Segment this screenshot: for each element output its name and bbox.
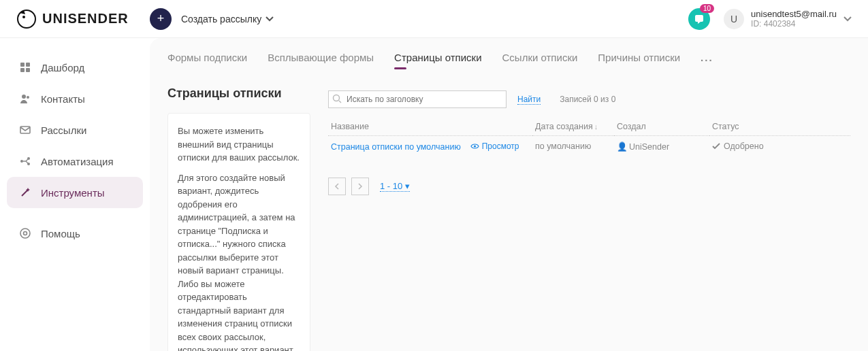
search-box	[328, 90, 507, 108]
col-author[interactable]: Создал	[617, 122, 646, 131]
pager-range-dropdown[interactable]: 1 - 10 ▾	[380, 181, 410, 192]
check-icon	[712, 143, 720, 150]
pager-prev-button[interactable]	[328, 178, 346, 195]
subnav-tabs: Формы подписки Всплывающие формы Страниц…	[167, 52, 850, 69]
page-title: Страницы отписки	[167, 86, 310, 101]
caret-down-icon: ▾	[405, 181, 410, 191]
search-input[interactable]	[328, 90, 507, 108]
notifications-button[interactable]: 10	[688, 8, 710, 30]
pager-range-label: 1 - 10	[380, 181, 402, 191]
sidebar-item-tools[interactable]: Инструменты	[7, 177, 143, 208]
create-campaign-plus-button[interactable]: +	[150, 8, 172, 30]
pages-table: Название Дата создания↓ Создал Статус Ст…	[328, 118, 850, 157]
user-menu[interactable]: U unisendtest5@mail.ru ID: 4402384	[724, 9, 852, 29]
col-created[interactable]: Дата создания	[535, 122, 593, 131]
brand-logo[interactable]: UNISENDER	[16, 9, 150, 29]
help-text-2: Для этого создайте новый вариант, дождит…	[178, 171, 300, 352]
svg-point-17	[474, 145, 476, 147]
svg-rect-6	[26, 68, 30, 72]
create-campaign-label: Создать рассылку	[181, 14, 261, 24]
sidebar-item-label: Автоматизация	[41, 156, 114, 167]
sidebar-item-label: Помощь	[41, 228, 80, 239]
chevron-down-icon	[266, 16, 274, 22]
user-id: ID: 4402384	[751, 19, 837, 29]
svg-rect-5	[20, 68, 25, 72]
svg-point-1	[22, 16, 25, 18]
svg-point-14	[24, 232, 27, 235]
avatar: U	[724, 9, 744, 29]
svg-point-13	[20, 229, 30, 238]
help-icon	[19, 227, 31, 239]
chat-icon	[694, 14, 705, 24]
user-email: unisendtest5@mail.ru	[751, 9, 837, 19]
chevron-down-icon	[843, 16, 852, 22]
col-title[interactable]: Название	[331, 122, 369, 131]
brand-name: UNISENDER	[42, 11, 129, 27]
contacts-icon	[19, 93, 31, 105]
svg-line-16	[339, 101, 341, 103]
svg-point-7	[22, 95, 26, 99]
table-row: Страница отписки по умолчанию Просмотр п…	[328, 136, 850, 158]
sort-down-icon: ↓	[594, 122, 598, 131]
dashboard-icon	[19, 61, 31, 73]
tab-unsub-pages[interactable]: Страницы отписки	[394, 52, 481, 69]
find-link[interactable]: Найти	[517, 95, 541, 105]
logo-dog-icon	[16, 9, 37, 29]
create-campaign-dropdown[interactable]: Создать рассылку	[181, 14, 274, 24]
tab-unsub-reasons[interactable]: Причины отписки	[598, 52, 680, 69]
tab-unsub-links[interactable]: Ссылки отписки	[502, 52, 578, 69]
magic-wand-icon	[19, 186, 31, 199]
svg-point-15	[334, 95, 340, 101]
tabs-more-button[interactable]: ···	[701, 54, 713, 66]
svg-rect-2	[695, 15, 703, 22]
svg-rect-4	[26, 63, 30, 67]
row-status: Одобрено	[724, 141, 764, 151]
row-preview-link[interactable]: Просмотр	[470, 141, 519, 151]
svg-rect-3	[20, 63, 25, 67]
tab-subscribe-forms[interactable]: Формы подписки	[167, 52, 247, 69]
notifications-badge: 10	[700, 4, 714, 13]
records-count: Записей 0 из 0	[560, 95, 615, 104]
svg-rect-9	[20, 127, 30, 133]
envelope-icon	[19, 124, 31, 136]
row-title-link[interactable]: Страница отписки по умолчанию	[331, 142, 461, 152]
pagination: 1 - 10 ▾	[328, 178, 850, 195]
pager-next-button[interactable]	[351, 178, 369, 195]
tab-popup-forms[interactable]: Всплывающие формы	[268, 52, 374, 69]
sidebar-item-contacts[interactable]: Контакты	[7, 83, 143, 114]
sidebar-item-automation[interactable]: Автоматизация	[7, 146, 143, 177]
svg-point-10	[20, 160, 23, 163]
row-created: по умолчанию	[535, 141, 591, 151]
svg-point-8	[27, 96, 29, 99]
sidebar-item-campaigns[interactable]: Рассылки	[7, 114, 143, 146]
person-icon: 👤	[617, 142, 628, 152]
eye-icon	[470, 143, 479, 150]
row-author: UniSender	[629, 142, 669, 152]
search-icon	[332, 94, 342, 103]
sidebar-item-label: Контакты	[41, 93, 85, 105]
sidebar-item-dashboard[interactable]: Дашборд	[7, 52, 143, 83]
row-preview-label: Просмотр	[482, 141, 519, 151]
automation-icon	[19, 155, 31, 167]
sidebar-item-label: Инструменты	[41, 187, 105, 199]
sidebar: Дашборд Контакты Рассылки Автоматизация …	[0, 38, 150, 351]
sidebar-item-label: Дашборд	[41, 62, 84, 73]
col-status[interactable]: Статус	[712, 122, 739, 131]
sidebar-item-label: Рассылки	[41, 124, 86, 136]
help-text-1: Вы можете изменить внешний вид страницы …	[178, 124, 300, 165]
sidebar-item-help[interactable]: Помощь	[7, 218, 143, 249]
help-card: Вы можете изменить внешний вид страницы …	[167, 113, 310, 351]
